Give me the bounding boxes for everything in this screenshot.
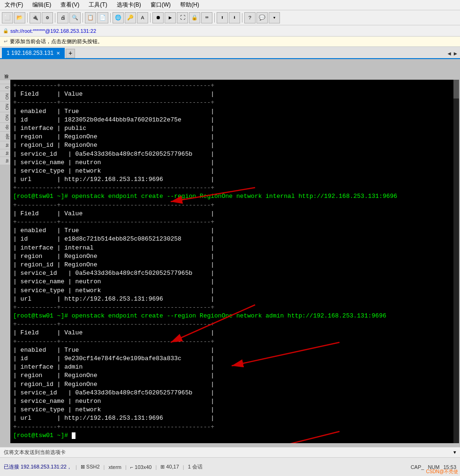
sessions-info: 1 会话 [188,463,203,470]
pos-info: ⊞ 40,17 [160,464,179,470]
scrollbar-thumb[interactable] [453,80,459,98]
info-text: 要添加当前会话，点击左侧的箭头按钮。 [10,38,103,45]
terminal-scroll[interactable]: +-----------+---------------------------… [10,80,459,443]
download-btn[interactable]: ⬇ [229,12,240,23]
address-bar: 🔒 ssh://root:******@192.168.253.131:22 [0,25,460,37]
sidebar-label-3: ON [0,101,10,112]
menu-bar: 文件(F) 编辑(E) 查看(V) 工具(T) 选项卡(B) 窗口(W) 帮助(… [0,0,460,10]
sidebar-label-8: te [0,149,10,157]
rec-btn[interactable]: ⏺ [152,12,164,23]
help-btn[interactable]: ? [244,12,256,23]
toolbar-sep4 [110,13,111,23]
address-text: ssh://root:******@192.168.253.131:22 [10,28,96,34]
menu-tabs[interactable]: 选项卡(B) [114,0,144,10]
find-btn[interactable]: 🔍 [69,12,81,23]
print-btn[interactable]: 🖨 [57,12,68,23]
term-type: xterm [108,464,121,470]
tab-label: 1 192.168.253.131 [7,50,53,56]
play-btn[interactable]: ▶ [165,12,176,23]
tab-nav-right[interactable]: ▶ [453,49,458,58]
kbd-btn[interactable]: ⌨ [201,12,212,23]
sidebar-label-9: te [0,157,10,165]
open-btn[interactable]: 📂 [14,12,25,23]
sidebar-labels: 模板 /) ON ON ON do pje te te te [0,80,10,165]
connection-status: 已连接 192.168.253.131:22， [4,463,72,470]
new-btn[interactable]: ⬜ [2,12,13,23]
caps-info: CAP_ [411,464,424,470]
menu-edit[interactable]: 编辑(E) [30,0,54,10]
terminal-output: +-----------+---------------------------… [10,80,459,442]
key-btn[interactable]: 🔑 [125,12,136,23]
more-btn[interactable]: ▾ [269,12,280,23]
info-bar: ↵ 要添加当前会话，点击左侧的箭头按钮。 [0,37,460,47]
menu-view[interactable]: 查看(V) [58,0,82,10]
menu-tools[interactable]: 工具(T) [86,0,110,10]
connect-btn[interactable]: 🔌 [30,12,41,23]
sep4: | [155,464,157,470]
sidebar-label-7: te [0,141,10,149]
globe-btn[interactable]: 🌐 [113,12,124,23]
sep3: | [125,464,127,470]
sidebar-label-6: pje [0,131,10,141]
tab-active[interactable]: 1 192.168.253.131 ✕ [2,48,65,58]
sidebar-label-4: ON [0,112,10,123]
ssh-protocol: ⊠ SSH2 [81,464,100,470]
tab-add-button[interactable]: + [66,49,75,58]
chat-btn[interactable]: 💬 [256,12,268,23]
disconnect-btn[interactable]: ⚙ [42,12,53,23]
upload-btn[interactable]: ⬆ [217,12,228,23]
status-bar: 仅将文本发送到当前选项卡 ▾ [0,447,460,457]
tab-nav-left[interactable]: ◀ [447,49,452,58]
bottom-bar: 已连接 192.168.253.131:22， | ⊠ SSH2 | xterm… [0,457,460,476]
sidebar-label-2: ON [0,91,10,102]
sidebar-label-0: 模板 [0,80,10,84]
paste-btn[interactable]: 📄 [97,12,108,23]
tab-navigation: ◀ ▶ [447,49,458,58]
toolbar-sep7 [242,13,242,23]
menu-window[interactable]: 窗口(W) [148,0,173,10]
lock-icon: 🔒 [3,28,8,33]
font-btn[interactable]: A [137,12,148,23]
lock-btn[interactable]: 🔒 [189,12,200,23]
toolbar-sep1 [27,13,28,23]
arrow-icon: ↵ [4,38,8,45]
size-info: ⌐ 103x40 [130,464,152,470]
toolbar-sep6 [214,13,215,23]
menu-file[interactable]: 文件(F) [2,0,26,10]
tab-bar: 1 192.168.253.131 ✕ + ◀ ▶ [0,47,460,59]
sep2: | [104,464,105,470]
sep1: | [75,464,77,470]
toolbar-sep2 [55,13,55,23]
watermark: CSDN@不秃使 [426,468,459,475]
sidebar-label-1: /) [0,84,10,91]
terminal-container: +-----------+---------------------------… [10,80,459,443]
sidebar-label-5: do [0,122,10,131]
copy-btn[interactable]: 📋 [85,12,96,23]
toolbar-sep3 [83,13,83,23]
sep5: | [183,464,184,470]
menu-help[interactable]: 帮助(H) [177,0,202,10]
fullscreen-btn[interactable]: ⛶ [177,12,188,23]
toolbar-sep5 [150,13,151,23]
tab-close-icon[interactable]: ✕ [56,51,60,56]
toolbar: ⬜ 📂 🔌 ⚙ 🖨 🔍 📋 📄 🌐 🔑 A ⏺ ▶ ⛶ 🔒 ⌨ ⬆ ⬇ ? 💬 … [0,10,460,25]
status-arrow-icon: ▾ [453,449,456,455]
status-send-text: 仅将文本发送到当前选项卡 [4,449,451,456]
scrollbar[interactable] [453,80,459,443]
